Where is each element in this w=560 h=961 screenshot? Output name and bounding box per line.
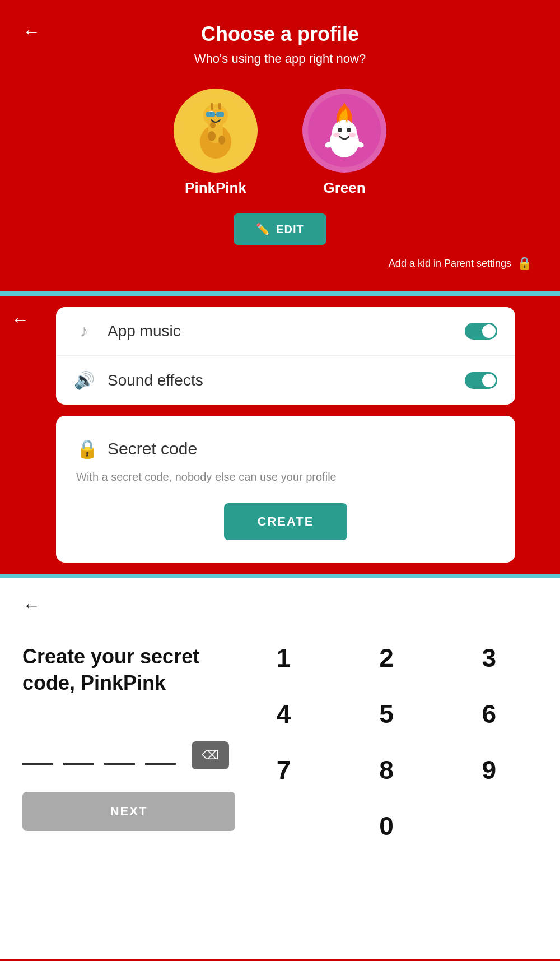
svg-rect-9 [206,112,215,117]
code-dash-1 [22,763,53,765]
edit-button[interactable]: ✏️ EDIT [234,213,326,245]
secret-code-description: With a secret code, nobody else can use … [76,468,495,485]
music-icon: ♪ [74,322,94,341]
svg-point-5 [218,136,225,145]
secret-lock-icon: 🔒 [76,438,99,459]
back-button-bottom[interactable]: ← [22,595,40,616]
settings-card: ♪ App music 🔊 Sound effects [56,307,515,405]
svg-point-17 [338,128,342,132]
add-kid-text: Add a kid in Parent settings [389,258,511,270]
create-button[interactable]: CREATE [224,503,348,540]
app-music-label: App music [108,322,451,340]
secret-code-card: 🔒 Secret code With a secret code, nobody… [56,416,515,563]
numpad-1[interactable]: 1 [235,633,332,683]
svg-rect-12 [211,103,213,110]
settings-row-music: ♪ App music [56,307,515,356]
back-button-mid[interactable]: ← [11,309,29,330]
next-button[interactable]: NEXT [22,792,235,831]
blue-divider-top [0,291,560,296]
pin-entry-section: ← Create your secret code, PinkPink ⌫ NE… [0,578,560,959]
profile-name-pinkpink: PinkPink [185,179,246,197]
app-music-toggle[interactable] [465,323,497,340]
svg-point-4 [208,131,216,141]
code-dash-4 [145,763,176,765]
profile-pinkpink[interactable]: PinkPink [174,89,258,197]
pin-entry-content: Create your secret code, PinkPink ⌫ NEXT… [22,627,538,851]
settings-section: ← ♪ App music 🔊 Sound effects 🔒 Secret c… [0,296,560,574]
profile-name-green: Green [323,179,365,197]
pin-entry-title: Create your secret code, PinkPink [22,644,235,697]
svg-point-19 [333,133,340,137]
sound-effects-label: Sound effects [108,372,451,389]
parent-lock-icon: 🔒 [517,256,532,271]
secret-code-title: Secret code [108,439,197,458]
pencil-icon: ✏️ [256,222,270,236]
page-subtitle: Who's using the app right now? [11,52,549,66]
profiles-row: PinkPink [11,89,549,197]
code-dash-2 [63,763,94,765]
add-kid-row: Add a kid in Parent settings 🔒 [11,256,549,271]
secret-code-header: 🔒 Secret code [76,438,495,459]
numpad-6[interactable]: 6 [441,689,538,739]
numpad-3[interactable]: 3 [441,633,538,683]
sound-icon: 🔊 [74,370,94,390]
page-title: Choose a profile [11,22,549,46]
profile-green[interactable]: Green [302,89,386,197]
numpad-0[interactable]: 0 [338,801,435,851]
blue-divider-bottom [0,574,560,578]
numpad-7[interactable]: 7 [235,745,332,795]
svg-point-20 [349,133,356,137]
pin-entry-left: Create your secret code, PinkPink ⌫ NEXT [22,627,235,851]
numpad-9[interactable]: 9 [441,745,538,795]
code-dash-3 [104,763,135,765]
svg-point-18 [347,128,351,132]
numpad-2[interactable]: 2 [338,633,435,683]
sound-effects-toggle[interactable] [465,372,497,389]
code-input-row: ⌫ [22,741,235,769]
svg-point-16 [332,120,357,145]
backspace-button[interactable]: ⌫ [192,741,229,769]
numpad-4[interactable]: 4 [235,689,332,739]
settings-row-sound: 🔊 Sound effects [56,356,515,405]
numpad-5[interactable]: 5 [338,689,435,739]
svg-rect-13 [218,103,221,110]
back-button-top[interactable]: ← [22,21,40,42]
avatar-green [302,89,386,173]
numpad: 1 2 3 4 5 6 7 8 9 0 [235,627,538,851]
svg-rect-10 [216,112,224,117]
avatar-pinkpink [174,89,258,173]
numpad-8[interactable]: 8 [338,745,435,795]
top-section: ← Choose a profile Who's using the app r… [0,0,560,291]
